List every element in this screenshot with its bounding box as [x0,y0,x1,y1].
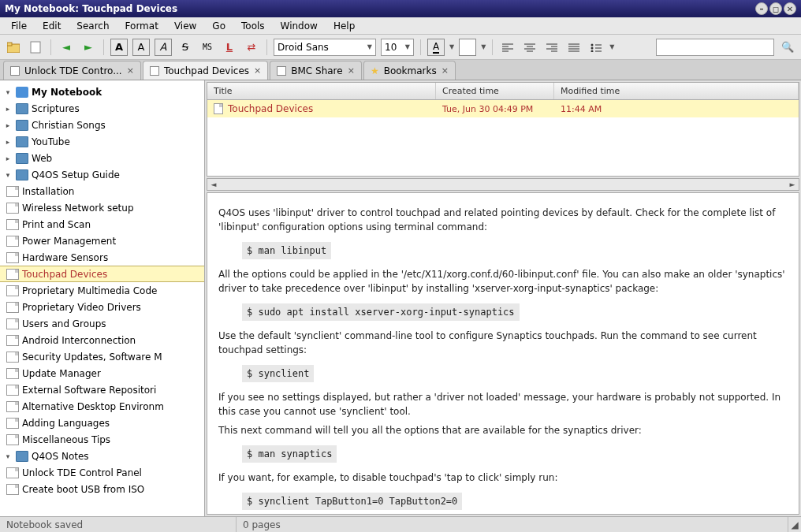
tree-page[interactable]: Proprietary Multimedia Code [0,282,204,299]
col-created[interactable]: Created time [436,83,554,99]
scroll-right-icon[interactable]: ► [786,180,799,188]
tree-label: Android Interconnection [22,335,136,346]
doc-paragraph: Use the default 'synclient' command-line… [218,329,788,357]
menu-go[interactable]: Go [204,19,233,33]
page-icon [6,434,19,445]
maximize-button[interactable]: ◻ [769,2,782,15]
tree-label: Wireless Network setup [22,203,134,214]
align-right-button[interactable] [543,39,561,56]
tree-page[interactable]: Installation [0,183,204,199]
bullet-list-button[interactable] [587,39,605,56]
tree-page[interactable]: External Software Repositori [0,381,204,398]
back-button[interactable]: ◄ [58,39,75,56]
tree-page[interactable]: Hardware Sensors [0,249,204,266]
tree-page[interactable]: Adding Languages [0,415,204,431]
tree-page[interactable]: Android Interconnection [0,332,204,348]
monospace-button[interactable]: MS [199,39,216,56]
tab-touchpad-devices[interactable]: Touchpad Devices × [143,61,268,80]
font-a2-button[interactable]: A [132,39,150,56]
forward-button[interactable]: ► [80,39,97,56]
sidebar-tree[interactable]: ▾ My Notebook ▸Scriptures▸Christian Song… [0,80,205,516]
folder-icon [16,136,28,147]
highlight-button[interactable]: L [221,39,238,56]
search-input[interactable] [656,39,774,56]
tree-root[interactable]: ▾ My Notebook [0,84,204,100]
tree-page[interactable]: Create boot USB from ISO [0,481,204,497]
tree-page[interactable]: Alternative Desktop Environm [0,398,204,415]
tree-page[interactable]: Touchpad Devices [0,266,204,282]
new-page-button[interactable] [27,39,44,56]
close-icon[interactable]: × [127,65,134,76]
close-button[interactable]: ✕ [784,2,796,15]
menu-tools[interactable]: Tools [233,19,273,33]
page-icon [6,385,19,396]
menu-format[interactable]: Format [117,19,166,33]
bg-color-dropdown[interactable]: ▼ [481,43,486,50]
expand-icon[interactable]: ▸ [3,138,13,146]
tree-folder-notes[interactable]: ▾ Q4OS Notes [0,448,204,464]
scroll-left-icon[interactable]: ◄ [207,180,220,188]
collapse-icon[interactable]: ▾ [3,452,13,460]
tree-label: Alternative Desktop Environm [22,401,164,412]
font-color-dropdown[interactable]: ▼ [449,43,454,50]
collapse-icon[interactable]: ▾ [3,171,13,179]
document-editor[interactable]: Q4OS uses 'libinput' driver to control t… [207,192,799,515]
expand-icon[interactable]: ▸ [3,121,13,129]
new-folder-button[interactable] [5,39,22,56]
strikethrough-button[interactable]: S [177,39,194,56]
font-size-select[interactable]: 10▼ [381,39,414,56]
close-icon[interactable]: × [254,65,261,76]
expand-icon[interactable]: ▸ [3,154,13,162]
tree-folder[interactable]: ▸Scriptures [0,100,204,117]
tab-bookmarks[interactable]: ★ Bookmarks × [363,61,456,80]
tree-folder[interactable]: ▸YouTube [0,133,204,150]
tree-page[interactable]: Proprietary Video Drivers [0,299,204,315]
font-color-button[interactable]: A [427,39,445,56]
close-icon[interactable]: × [441,65,449,76]
tab-bmc-share[interactable]: BMC Share × [270,61,362,80]
tree-page[interactable]: Power Management [0,233,204,249]
menu-search[interactable]: Search [69,19,117,33]
tree-page[interactable]: Wireless Network setup [0,199,204,216]
align-center-button[interactable] [521,39,538,56]
tab-bar: Unlock TDE Contro... × Touchpad Devices … [0,60,801,80]
tree-page[interactable]: Miscellaneous Tips [0,431,204,448]
align-left-button[interactable] [499,39,516,56]
menu-edit[interactable]: Edit [35,19,69,33]
menu-file[interactable]: File [3,19,35,33]
collapse-icon[interactable]: ▾ [3,88,13,96]
align-justify-button[interactable] [565,39,583,56]
page-icon [6,352,19,363]
list-row[interactable]: Touchpad Devices Tue, Jun 30 04:49 PM 11… [207,100,799,117]
menu-window[interactable]: Window [273,19,326,33]
clear-format-button[interactable]: ⇄ [243,39,260,56]
tree-folder[interactable]: ▸Christian Songs [0,117,204,133]
font-a3-button[interactable]: A [155,39,172,56]
folder-icon [16,103,28,114]
tree-folder[interactable]: ▸Web [0,150,204,166]
resize-grip-icon[interactable]: ◢ [788,519,801,530]
tree-folder-setup-guide[interactable]: ▾ Q4OS Setup Guide [0,166,204,183]
list-dropdown[interactable]: ▼ [609,43,614,50]
expand-icon[interactable]: ▸ [3,105,13,113]
doc-paragraph: If you see no settings displayed, but ra… [218,390,788,419]
search-icon[interactable]: 🔍 [779,39,796,56]
col-modified[interactable]: Modified time [554,83,799,99]
page-icon [6,335,19,346]
tree-page[interactable]: Users and Groups [0,315,204,332]
tree-page[interactable]: Unlock TDE Control Panel [0,464,204,481]
tree-page[interactable]: Security Updates, Software M [0,348,204,365]
tree-page[interactable]: Print and Scan [0,216,204,233]
tree-page[interactable]: Update Manager [0,365,204,381]
col-title[interactable]: Title [207,83,436,99]
minimize-button[interactable]: – [755,2,768,15]
bg-color-button[interactable] [459,39,476,56]
close-icon[interactable]: × [348,65,355,76]
menu-help[interactable]: Help [326,19,363,33]
tab-unlock-tde[interactable]: Unlock TDE Contro... × [3,61,141,80]
font-a1-button[interactable]: A [110,39,128,56]
horizontal-scrollbar[interactable]: ◄ ► [207,178,799,191]
svg-point-23 [591,50,594,52]
font-select[interactable]: Droid Sans▼ [274,39,376,56]
menu-view[interactable]: View [166,19,204,33]
